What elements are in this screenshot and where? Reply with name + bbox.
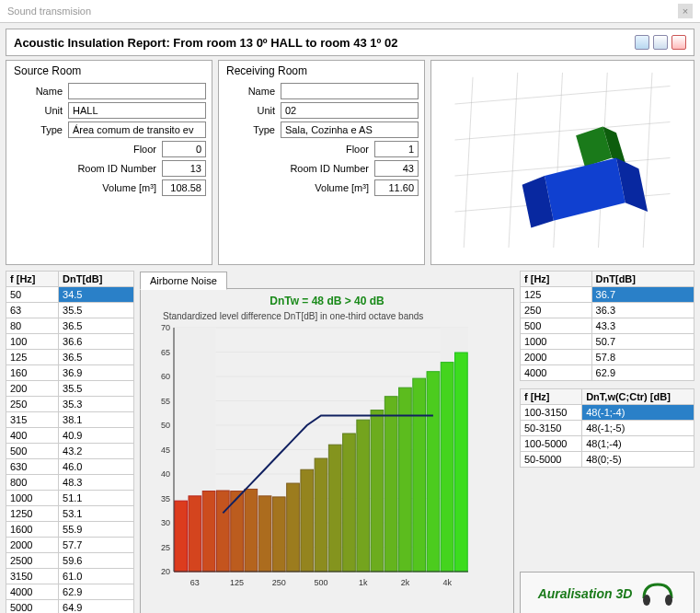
svg-text:1k: 1k — [359, 578, 368, 587]
window-title: Sound transmision — [7, 6, 91, 17]
table-row[interactable]: 400062.9 — [521, 364, 694, 380]
svg-line-5 — [509, 73, 518, 248]
svg-rect-38 — [175, 501, 188, 572]
window-titlebar: Sound transmision × — [0, 0, 700, 23]
receiving-floor-input[interactable] — [374, 141, 419, 157]
svg-text:65: 65 — [161, 347, 170, 356]
table-row[interactable]: 200057.7 — [6, 537, 134, 552]
table-row[interactable]: 12536.7 — [521, 286, 694, 302]
source-name-input[interactable] — [68, 83, 206, 99]
svg-rect-53 — [384, 396, 397, 571]
svg-rect-51 — [357, 420, 370, 572]
auralisation-button[interactable]: Auralisation 3D — [520, 572, 694, 613]
source-room-panel: Source Room Name Unit Type Floor Room ID… — [6, 60, 212, 265]
bar-chart: 2025303540455055606570631252505001k2k4k — [146, 323, 477, 590]
table-row[interactable]: 160055.9 — [6, 521, 134, 537]
chart-subtitle: Standardized level difference DnT[dB] in… — [163, 311, 508, 321]
room-3d-view[interactable] — [430, 60, 694, 265]
source-unit-input[interactable] — [68, 102, 206, 119]
svg-rect-40 — [202, 491, 215, 571]
svg-line-6 — [554, 73, 563, 248]
table-row[interactable]: 50043.2 — [6, 443, 134, 458]
svg-rect-48 — [315, 458, 327, 572]
chart-panel: DnTw = 48 dB > 40 dB Standardized level … — [140, 288, 514, 613]
source-floor-input[interactable] — [162, 141, 206, 157]
receiving-name-input[interactable] — [281, 83, 419, 99]
table-row[interactable]: 100050.7 — [521, 333, 694, 349]
table-row[interactable]: 6335.5 — [6, 302, 134, 318]
svg-text:55: 55 — [161, 396, 170, 405]
table-row[interactable]: 500064.9 — [6, 599, 134, 613]
octave-table[interactable]: f [Hz]DnT[dB] 12536.725036.350043.310005… — [520, 271, 694, 381]
svg-rect-52 — [371, 410, 384, 571]
svg-text:4k: 4k — [442, 578, 452, 587]
receiving-roomid-input[interactable] — [374, 160, 419, 177]
table-row[interactable]: 12536.5 — [6, 349, 134, 364]
source-room-legend: Source Room — [14, 64, 206, 77]
table-row[interactable]: 100-500048(1;-4) — [521, 435, 694, 451]
svg-rect-41 — [216, 491, 229, 572]
export-pdf-icon[interactable] — [671, 35, 686, 50]
svg-point-69 — [665, 595, 672, 606]
table-row[interactable]: 63046.0 — [6, 458, 134, 474]
table-row[interactable]: 50-315048(-1;-5) — [521, 420, 694, 435]
receiving-room-panel: Receiving Room Name Unit Type Floor Room… — [218, 60, 425, 265]
freq-third-octave-table[interactable]: f [Hz]DnT[dB] 5034.56335.58036.510036.61… — [6, 271, 134, 613]
table-row[interactable]: 8036.5 — [6, 318, 134, 333]
weighted-table[interactable]: f [Hz]DnT,w(C;Ctr) [dB] 100-315048(-1;-4… — [520, 388, 694, 468]
svg-rect-47 — [301, 469, 314, 572]
export-doc-icon[interactable] — [653, 35, 668, 50]
svg-text:40: 40 — [161, 469, 170, 479]
svg-text:70: 70 — [161, 323, 170, 332]
export-icons — [635, 35, 686, 50]
svg-rect-49 — [328, 445, 341, 572]
svg-rect-56 — [427, 371, 440, 571]
receiving-type-input[interactable] — [281, 121, 419, 138]
table-row[interactable]: 200057.8 — [521, 349, 694, 364]
table-row[interactable]: 315061.0 — [6, 568, 134, 584]
svg-point-68 — [643, 595, 650, 606]
svg-text:2k: 2k — [401, 578, 410, 587]
report-header: Acoustic Insulation Report: From room 13… — [6, 29, 694, 56]
table-row[interactable]: 16036.9 — [6, 364, 134, 380]
svg-rect-55 — [413, 378, 426, 572]
tab-airborne-noise[interactable]: Airborne Noise — [140, 272, 227, 290]
svg-rect-57 — [441, 362, 453, 571]
svg-line-1 — [455, 122, 671, 141]
svg-text:500: 500 — [314, 578, 327, 587]
source-volume-input[interactable] — [162, 179, 206, 196]
table-row[interactable]: 40040.9 — [6, 427, 134, 443]
table-row[interactable]: 80048.3 — [6, 474, 134, 490]
close-icon[interactable]: × — [678, 4, 693, 18]
svg-text:63: 63 — [190, 578, 200, 587]
table-row[interactable]: 25036.3 — [521, 302, 694, 318]
table-row[interactable]: 10036.6 — [6, 333, 134, 349]
export-xml-icon[interactable] — [635, 35, 649, 50]
table-row[interactable]: 20035.5 — [6, 380, 134, 396]
svg-rect-45 — [272, 497, 285, 572]
svg-text:20: 20 — [161, 567, 170, 576]
svg-text:30: 30 — [161, 518, 170, 527]
table-row[interactable]: 125053.1 — [6, 505, 134, 521]
svg-rect-39 — [189, 496, 201, 572]
svg-rect-46 — [287, 483, 300, 572]
table-row[interactable]: 25035.3 — [6, 396, 134, 411]
receiving-unit-input[interactable] — [281, 102, 419, 119]
svg-rect-50 — [343, 434, 356, 572]
table-row[interactable]: 5034.5 — [6, 286, 134, 302]
svg-text:35: 35 — [161, 493, 170, 503]
svg-text:50: 50 — [161, 421, 170, 430]
table-row[interactable]: 100051.1 — [6, 490, 134, 505]
table-row[interactable]: 400062.9 — [6, 584, 134, 599]
receiving-volume-input[interactable] — [374, 179, 419, 196]
svg-text:45: 45 — [161, 445, 170, 454]
table-row[interactable]: 100-315048(-1;-4) — [521, 404, 694, 420]
table-row[interactable]: 31538.1 — [6, 411, 134, 427]
svg-text:125: 125 — [230, 578, 244, 587]
table-row[interactable]: 50-500048(0;-5) — [521, 451, 694, 467]
svg-rect-43 — [245, 489, 258, 572]
table-row[interactable]: 50043.3 — [521, 318, 694, 333]
table-row[interactable]: 250059.6 — [6, 552, 134, 568]
source-roomid-input[interactable] — [162, 160, 206, 177]
source-type-input[interactable] — [68, 121, 206, 138]
